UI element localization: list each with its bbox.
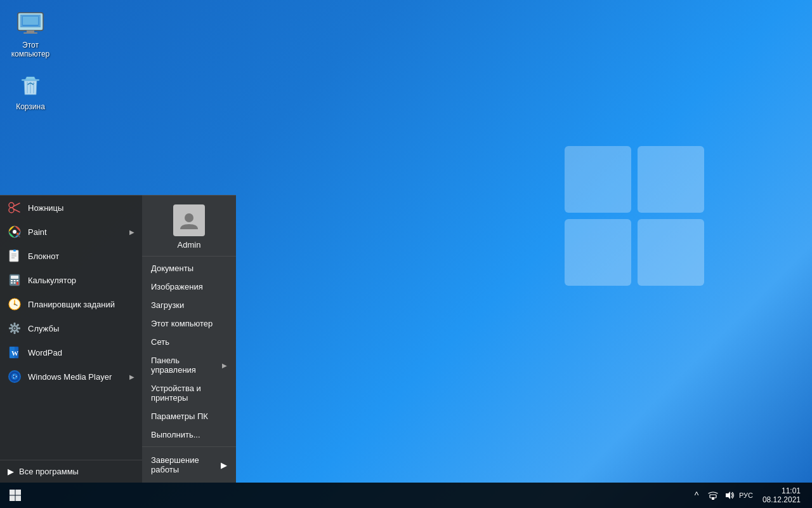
svg-rect-23 [13, 250, 16, 251]
svg-point-20 [13, 230, 16, 234]
start-menu-right: Admin Документы Изображения Загрузки Это… [142, 195, 236, 483]
system-tray: ^ РУС [690, 489, 752, 502]
svg-rect-2 [565, 219, 631, 286]
app-item-calculator[interactable]: Калькулятор [0, 268, 142, 292]
sound-tray-icon[interactable] [723, 489, 736, 502]
svg-point-15 [9, 203, 14, 208]
network-tray-icon[interactable] [707, 489, 719, 502]
task-scheduler-icon [8, 297, 22, 311]
svg-point-56 [13, 375, 16, 378]
app-label-wmp: Windows Media Player [28, 372, 112, 382]
app-list: Ножницы [0, 196, 142, 460]
control-panel-arrow: ▶ [222, 362, 227, 369]
svg-rect-0 [565, 146, 631, 213]
app-item-wmp[interactable]: Windows Media Player ▶ [0, 364, 142, 389]
app-label-calculator: Калькулятор [28, 276, 76, 285]
svg-rect-31 [16, 280, 18, 281]
svg-rect-28 [11, 276, 18, 279]
app-item-notepad[interactable]: Блокнот [0, 244, 142, 268]
app-item-wordpad[interactable]: W WordPad [0, 340, 142, 364]
app-label-paint: Paint [28, 227, 47, 237]
app-label-wordpad: WordPad [28, 348, 62, 358]
app-item-task-scheduler[interactable]: Планировщик заданий [0, 292, 142, 316]
system-clock[interactable]: 11:01 08.12.2021 [757, 486, 806, 504]
svg-rect-3 [638, 219, 704, 286]
start-menu-left: Ножницы [0, 195, 142, 483]
svg-point-57 [185, 213, 193, 222]
control-panel-label: Панель управления [151, 356, 222, 375]
app-label-task-scheduler: Планировщик заданий [28, 300, 115, 309]
show-hidden-icon[interactable]: ^ [690, 489, 703, 502]
network-label: Сеть [151, 337, 169, 347]
clock-time: 11:01 [782, 486, 801, 495]
right-item-documents[interactable]: Документы [142, 259, 236, 277]
shutdown-button[interactable]: Завершение работы ▶ [142, 451, 236, 479]
desktop: Этот компьютер Корзина [0, 0, 812, 508]
user-avatar[interactable] [173, 204, 205, 236]
svg-rect-60 [10, 496, 15, 502]
wmp-arrow: ▶ [129, 373, 134, 380]
desktop-icon-recycle[interactable]: Корзина [6, 68, 55, 114]
right-item-pc-settings[interactable]: Параметры ПК [142, 407, 236, 425]
clock-date: 08.12.2021 [763, 495, 801, 504]
right-item-run[interactable]: Выполнить... [142, 425, 236, 444]
notepad-icon [8, 249, 22, 263]
right-item-network[interactable]: Сеть [142, 333, 236, 351]
svg-rect-58 [10, 490, 15, 495]
app-label-scissors: Ножницы [28, 203, 63, 213]
scissors-icon [8, 201, 22, 215]
chevron-up-icon: ^ [695, 490, 699, 500]
recycle-icon [15, 70, 46, 101]
svg-rect-41 [14, 323, 16, 325]
right-item-thispc[interactable]: Этот компьютер [142, 314, 236, 333]
app-item-scissors[interactable]: Ножницы [0, 196, 142, 220]
svg-rect-59 [16, 490, 22, 495]
user-section: Admin [142, 196, 236, 257]
language-indicator[interactable]: РУС [740, 489, 752, 502]
start-menu-bottom: ▶ Все программы [0, 460, 142, 483]
app-item-services[interactable]: Службы [0, 316, 142, 340]
svg-rect-1 [638, 146, 704, 213]
svg-rect-10 [23, 17, 38, 25]
shutdown-arrow: ▶ [221, 460, 227, 470]
svg-rect-32 [11, 283, 13, 284]
shutdown-section: Завершение работы ▶ [142, 446, 236, 483]
images-label: Изображения [151, 282, 203, 291]
svg-rect-47 [9, 328, 11, 330]
desktop-icons: Этот компьютер Корзина [6, 6, 55, 114]
svg-rect-61 [16, 496, 22, 502]
wordpad-icon: W [8, 345, 22, 359]
app-item-paint[interactable]: Paint ▶ [0, 220, 142, 244]
svg-rect-30 [14, 280, 16, 281]
app-label-services: Службы [28, 324, 59, 333]
username: Admin [178, 240, 201, 250]
desktop-icon-computer[interactable]: Этот компьютер [6, 6, 55, 62]
recycle-label: Корзина [16, 102, 45, 111]
taskbar-right: ^ РУС [690, 486, 812, 504]
pc-settings-label: Параметры ПК [151, 411, 208, 421]
right-item-downloads[interactable]: Загрузки [142, 296, 236, 314]
devices-label: Устройства и принтеры [151, 384, 227, 403]
app-label-notepad: Блокнот [28, 251, 59, 261]
svg-rect-34 [16, 282, 18, 285]
all-programs-button[interactable]: ▶ Все программы [8, 464, 134, 479]
thispc-label: Этот компьютер [151, 319, 213, 328]
svg-rect-43 [18, 328, 20, 330]
svg-rect-33 [14, 283, 16, 284]
svg-rect-8 [23, 32, 37, 34]
shutdown-label: Завершение работы [151, 455, 221, 474]
language-text: РУС [739, 491, 753, 499]
calculator-icon [8, 273, 22, 287]
start-menu: Ножницы [0, 195, 236, 483]
right-item-images[interactable]: Изображения [142, 277, 236, 296]
svg-rect-29 [11, 280, 13, 281]
paint-arrow: ▶ [129, 229, 134, 236]
paint-icon [8, 225, 22, 239]
taskbar: ^ РУС [0, 483, 812, 508]
computer-label: Этот компьютер [9, 41, 52, 59]
all-programs-arrow: ▶ [8, 467, 14, 476]
start-button[interactable] [0, 483, 30, 508]
right-item-control-panel[interactable]: Панель управления ▶ [142, 351, 236, 379]
right-item-devices[interactable]: Устройства и принтеры [142, 379, 236, 407]
run-label: Выполнить... [151, 430, 200, 439]
